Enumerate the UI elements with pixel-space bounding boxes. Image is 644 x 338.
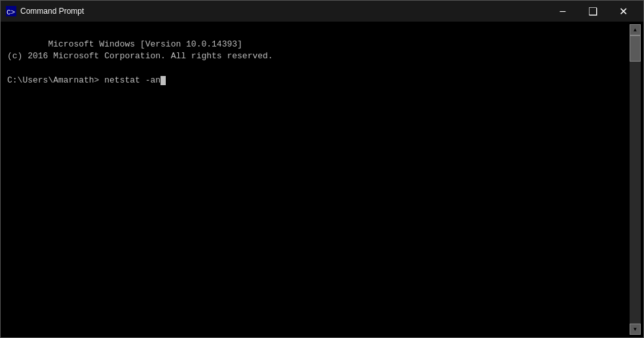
- svg-text:C>: C>: [7, 9, 15, 16]
- prompt-text: C:\Users\Amarnath>: [7, 75, 99, 85]
- copyright-line: (c) 2016 Microsoft Corporation. All righ…: [7, 51, 273, 61]
- close-button[interactable]: ✕: [608, 1, 638, 22]
- scroll-down-icon: ▼: [634, 326, 637, 332]
- console-output: Microsoft Windows [Version 10.0.14393] (…: [7, 27, 626, 98]
- title-bar-text: Command Prompt: [20, 7, 548, 16]
- minimize-button[interactable]: –: [548, 1, 578, 22]
- console-content: Microsoft Windows [Version 10.0.14393] (…: [3, 24, 630, 335]
- scrollbar-thumb[interactable]: [630, 35, 641, 62]
- cursor: [161, 76, 166, 85]
- scrollbar-track[interactable]: [630, 35, 641, 324]
- scrollbar-down-button[interactable]: ▼: [630, 324, 641, 335]
- version-line: Microsoft Windows [Version 10.0.14393]: [48, 39, 242, 49]
- prompt-line: C:\Users\Amarnath> netstat -an: [7, 75, 166, 85]
- scroll-up-icon: ▲: [634, 27, 637, 33]
- title-bar: C> Command Prompt – ❑ ✕: [1, 1, 643, 22]
- scrollbar[interactable]: ▲ ▼: [630, 24, 641, 335]
- command-text: netstat -an: [104, 75, 161, 85]
- command-prompt-window: C> Command Prompt – ❑ ✕ Microsoft Window…: [0, 0, 644, 338]
- maximize-button[interactable]: ❑: [578, 1, 608, 22]
- console-area[interactable]: Microsoft Windows [Version 10.0.14393] (…: [1, 22, 643, 337]
- cmd-icon: C>: [6, 6, 16, 16]
- title-bar-controls: – ❑ ✕: [548, 1, 638, 22]
- scrollbar-up-button[interactable]: ▲: [630, 24, 641, 35]
